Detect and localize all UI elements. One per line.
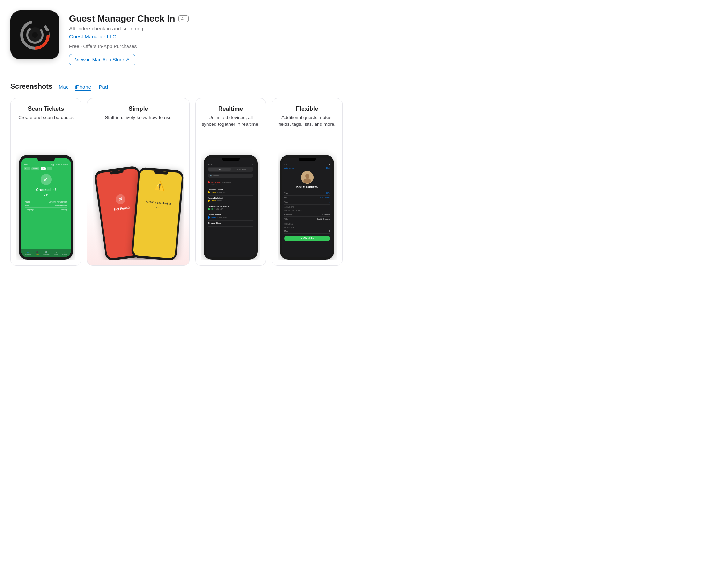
warning-triangle: ⚠️ [141, 179, 178, 192]
phone-mockup-realtime: 3:15 ▾ All This Device 🔍 Search [201, 133, 260, 260]
entry-1: Germain Juster USED 12 MIN. AGO [208, 187, 253, 196]
section-custom-fields: ⊕ CUSTOM FIELDS [284, 210, 330, 212]
developer-link[interactable]: Guest Manager LLC [69, 34, 189, 39]
field-row-list: List GM Demo › [284, 196, 330, 200]
entry-0: NOT FOUND 2 MIN. AGO 12312312222 [208, 180, 253, 187]
device-tabs: All This Device [208, 167, 253, 172]
phone-pair: ✕ Not Found ⚠️ Already checked in [93, 169, 184, 260]
info-row-title: Title Accountant III [25, 204, 67, 207]
screenshots-section: Screenshots Mac iPhone iPad Scan Tickets… [0, 74, 353, 276]
profile-notch [299, 158, 316, 161]
card-title-realtime: Realtime [218, 105, 243, 112]
profile-nav: Attendees Edit [284, 167, 330, 169]
battery-icon: ▾ [329, 163, 330, 166]
info-row-name: Name Demetris Abramovicz [25, 200, 67, 204]
card-title-scan: Scan Tickets [28, 105, 64, 112]
field-value-tags: › [329, 201, 330, 203]
custom-field-title: Title Quality Engineer [284, 217, 330, 221]
entry-name-1: Germain Juster [208, 189, 253, 191]
dark-header: 3:15 ▾ [208, 163, 253, 166]
svg-point-8 [303, 178, 311, 183]
scan-icon: ⬛ [36, 251, 38, 253]
avatar-svg [301, 171, 314, 184]
field-value-type: GA › [326, 192, 330, 194]
section-notes: ⊕ NOTES [284, 223, 330, 225]
section-guests: ⊕ GUESTS [284, 206, 330, 208]
field-label-name: Name [25, 201, 30, 203]
green-screen: 3:02 App Store Preview Out Verify In ···… [21, 158, 71, 257]
custom-value-title: Quality Engineer [317, 218, 330, 220]
time-label: 3:02 [24, 163, 28, 166]
app-icon-svg [16, 16, 54, 54]
arrivals-icon: ⬇ [64, 251, 65, 253]
phone-mockup-scan: 3:02 App Store Preview Out Verify In ···… [16, 126, 75, 260]
status-dot-red [208, 181, 210, 183]
field-label-company: Company [25, 208, 34, 211]
dark-time: 3:15 [208, 163, 212, 166]
status-label-4: VALID [211, 216, 216, 219]
tally-label-male: Male [284, 230, 288, 232]
edit-label: Edit [326, 167, 330, 169]
screenshot-card-flexible: Flexible Additional guests, notes, field… [272, 98, 343, 266]
check-in-button[interactable]: ✓ Check In [284, 236, 330, 241]
phone-yellow: ⚠️ Already checked in VIP [131, 167, 184, 260]
tab-more: ··· [47, 167, 52, 170]
field-label-title: Title [25, 205, 29, 207]
card-title-flexible: Flexible [296, 105, 318, 112]
custom-label-company: Company [284, 213, 293, 215]
profile-avatar [301, 171, 314, 184]
profile-screen: 3:20 ▾ Attendees Edit [282, 158, 332, 257]
tab-mac[interactable]: Mac [59, 84, 68, 90]
view-store-button[interactable]: View in Mac App Store ↗ [69, 54, 135, 65]
app-icon-container [10, 10, 59, 59]
field-value-company: Devbug [60, 208, 67, 211]
tab-iphone[interactable]: iPhone [75, 84, 91, 91]
tab-ipad[interactable]: iPad [97, 84, 108, 90]
app-info: Guest Manager Check In 4+ Attendee check… [69, 10, 189, 65]
profile-time-row: 3:20 ▾ [284, 163, 330, 166]
field-row-tags: Tags › [284, 200, 330, 205]
wifi-icon: ▾ [252, 163, 253, 166]
card-title-simple: Simple [128, 105, 148, 112]
status-time-2: 12 MIN. AGO [217, 200, 226, 202]
nav-scan: ⬛ Scan [36, 251, 39, 255]
profile-name: Richie Berthelet [284, 185, 330, 188]
profile-time: 3:20 [284, 163, 288, 166]
price-info: Free · Offers In-App Purchases [69, 44, 189, 49]
phone-dark: 3:15 ▾ All This Device 🔍 Search [204, 155, 258, 260]
field-value-name: Demetris Abramovicz [49, 201, 67, 203]
entry-name-3: Demetris Abramovicz [208, 205, 253, 207]
yellow-screen-content: ⚠️ Already checked in VIP [133, 172, 182, 259]
nav-summary: 📊 Summary [43, 251, 49, 255]
phone-mockup-simple: ✕ Not Found ⚠️ Already checked in [93, 126, 184, 260]
notch [37, 158, 55, 161]
tab-in: In [41, 167, 46, 170]
field-label-type: Type [284, 192, 288, 194]
status-dot-blue [208, 216, 210, 219]
back-label: Attendees [284, 167, 294, 169]
info-rows: Name Demetris Abramovicz Title Accountan… [24, 200, 68, 211]
custom-value-company: Topicware [322, 213, 330, 215]
app-title-row: Guest Manager Check In 4+ [69, 13, 189, 24]
profile-screen-content: 3:20 ▾ Attendees Edit [282, 161, 332, 243]
section-tallies: ⊕ TALLIES [284, 226, 330, 228]
entry-2: Karna Ballefant USED 12 MIN. AGO [208, 196, 253, 204]
x-circle: ✕ [115, 194, 126, 205]
field-row-type: Type GA › [284, 191, 330, 196]
dark-screen: 3:15 ▾ All This Device 🔍 Search [206, 158, 256, 257]
summary-icon: 📊 [45, 251, 47, 253]
status-label-3: IN [211, 208, 213, 210]
green-header: 3:02 App Store Preview [24, 163, 68, 166]
already-checked-text: Already checked in [140, 200, 177, 206]
card-subtitle-simple: Staff intuitively know how to use [105, 115, 171, 121]
card-subtitle-flexible: Additional guests, notes, fields, tags, … [278, 115, 337, 128]
yellow-screen: ⚠️ Already checked in VIP [133, 169, 182, 259]
status-label-0: NOT FOUND [211, 181, 221, 183]
status-time-0: 2 MIN. AGO [222, 182, 231, 183]
app-subtitle: Attendee check in and scanning [69, 25, 189, 31]
entry-4: Cilka Kerford VALID 13 MIN. AGO [208, 212, 253, 221]
status-time-1: 12 MIN. AGO [217, 192, 226, 193]
search-bar: 🔍 Search [208, 174, 253, 178]
app-header: Guest Manager Check In 4+ Attendee check… [0, 0, 353, 74]
tab-all: All [208, 168, 231, 171]
